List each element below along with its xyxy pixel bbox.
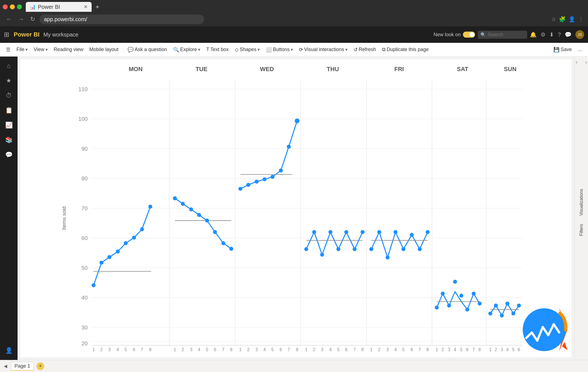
search-box: 🔍 xyxy=(478,31,527,39)
browser-address-bar: ← → ↻ ☆ 🧩 👤 ⋮ xyxy=(0,12,588,26)
help-icon[interactable]: ? xyxy=(558,32,561,38)
wed-dot-5 xyxy=(270,175,274,179)
main-chart-svg: 110 100 90 80 70 60 50 40 30 20 Items so… xyxy=(20,59,572,357)
avatar[interactable]: JS xyxy=(575,30,584,39)
visual-interactions-button[interactable]: ⟳ Visual interactions ▾ xyxy=(296,45,350,54)
tab-favicon: 📊 xyxy=(30,4,36,10)
add-page-button[interactable]: + xyxy=(36,362,44,370)
nav-recent[interactable]: ⏱ xyxy=(2,89,15,102)
feedback-icon[interactable]: 💬 xyxy=(565,31,572,38)
nav-metrics[interactable]: 📈 xyxy=(2,119,15,132)
nav-favorites[interactable]: ★ xyxy=(2,74,15,87)
nav-prev-button[interactable]: ◀ xyxy=(4,363,7,369)
left-nav: ⌂ ★ ⏱ 📋 📈 📚 💬 👤 xyxy=(0,57,18,360)
mon-dot-4 xyxy=(116,250,120,253)
nav-forward-button[interactable]: → xyxy=(16,15,26,24)
svg-text:4: 4 xyxy=(329,347,332,352)
view-label: View xyxy=(34,47,44,52)
save-button[interactable]: 💾 Save xyxy=(551,45,575,54)
svg-text:7: 7 xyxy=(473,347,475,352)
svg-text:6: 6 xyxy=(133,347,135,352)
account-icon[interactable]: 👤 xyxy=(569,16,575,23)
dot-red[interactable] xyxy=(3,4,8,9)
thu-dot-7 xyxy=(353,247,357,251)
panel-collapse-left[interactable]: ‹ xyxy=(576,59,577,65)
tab-close-button[interactable]: ✕ xyxy=(84,4,88,10)
duplicate-page-button[interactable]: ⧉ Duplicate this page xyxy=(379,45,431,54)
bell-icon[interactable]: 🔔 xyxy=(530,31,537,38)
view-menu-button[interactable]: View ▾ xyxy=(31,45,50,54)
thu-dot-2 xyxy=(312,230,316,234)
explore-button[interactable]: 🔍 Explore ▾ xyxy=(170,45,203,54)
svg-text:1: 1 xyxy=(489,347,491,352)
sat-dot-8 xyxy=(478,301,482,305)
ask-question-label: Ask a question xyxy=(135,47,167,52)
buttons-icon: ⬜ xyxy=(266,47,272,53)
download-icon[interactable]: ⬇ xyxy=(549,31,554,38)
svg-text:2: 2 xyxy=(182,347,184,352)
nav-refresh-button[interactable]: ↻ xyxy=(29,15,37,24)
nav-back-button[interactable]: ← xyxy=(4,15,14,24)
fri-dot-6 xyxy=(410,233,414,237)
dot-yellow[interactable] xyxy=(10,4,15,9)
svg-text:6: 6 xyxy=(466,347,469,352)
svg-text:MON: MON xyxy=(129,66,143,72)
mon-dot-7 xyxy=(140,227,144,231)
ribbon: ☰ File ▾ View ▾ Reading view Mobile layo… xyxy=(0,43,588,57)
nav-profile[interactable]: 👤 xyxy=(2,344,15,357)
refresh-button[interactable]: ↺ Refresh xyxy=(351,45,379,54)
app-grid-icon[interactable]: ⊞ xyxy=(4,31,9,38)
nav-home[interactable]: ⌂ xyxy=(2,59,15,72)
svg-text:20: 20 xyxy=(81,340,88,346)
new-look-switch[interactable] xyxy=(463,32,475,38)
dot-green[interactable] xyxy=(17,4,22,9)
extension-icon[interactable]: 🧩 xyxy=(559,16,566,23)
shapes-label: Shapes xyxy=(240,47,256,52)
fri-dot-8 xyxy=(426,230,429,234)
svg-text:SUN: SUN xyxy=(504,66,516,72)
text-box-label: Text box xyxy=(210,47,229,52)
svg-text:8: 8 xyxy=(230,347,233,352)
reading-view-button[interactable]: Reading view xyxy=(51,45,86,54)
address-bar-input[interactable] xyxy=(39,15,204,24)
refresh-label: Refresh xyxy=(359,47,376,52)
svg-text:7: 7 xyxy=(141,347,143,352)
svg-text:2: 2 xyxy=(100,347,103,352)
browser-tab[interactable]: 📊 Power BI ✕ xyxy=(26,2,92,12)
app-icons: 🔔 ⚙ ⬇ ? 💬 JS xyxy=(530,30,584,39)
svg-text:4: 4 xyxy=(506,347,509,352)
wed-dot-1 xyxy=(238,187,242,191)
wed-dot-8 xyxy=(295,119,299,123)
settings-icon[interactable]: ⚙ xyxy=(541,31,545,38)
svg-text:3: 3 xyxy=(321,347,323,352)
app-workspace[interactable]: My workspace xyxy=(43,32,78,38)
panel-collapse-right[interactable]: › xyxy=(585,59,587,65)
visualizations-tab[interactable]: Visualizations xyxy=(579,189,584,216)
text-box-button[interactable]: T Text box xyxy=(203,45,231,54)
browser-menu-icon[interactable]: ⋮ xyxy=(578,16,584,23)
file-menu-button[interactable]: File ▾ xyxy=(14,45,30,54)
nav-learn[interactable]: 📚 xyxy=(2,133,15,147)
filters-tab[interactable]: Filters xyxy=(579,224,584,236)
powerbi-watermark xyxy=(519,305,569,354)
main-layout: ⌂ ★ ⏱ 📋 📈 📚 💬 👤 110 100 90 80 70 60 50 4 xyxy=(0,57,588,360)
hamburger-menu-button[interactable]: ☰ xyxy=(3,45,13,54)
shapes-chevron-icon: ▾ xyxy=(258,47,260,52)
search-input[interactable] xyxy=(488,32,521,38)
ask-question-button[interactable]: 💬 Ask a question xyxy=(125,45,170,54)
svg-text:110: 110 xyxy=(78,86,88,92)
nav-apps[interactable]: 📋 xyxy=(2,104,15,117)
mobile-layout-button[interactable]: Mobile layout xyxy=(87,45,121,54)
page-1-tab[interactable]: Page 1 xyxy=(11,362,34,371)
new-tab-button[interactable]: + xyxy=(93,2,101,12)
svg-text:3: 3 xyxy=(190,347,193,352)
more-options-button[interactable]: ... xyxy=(575,45,585,54)
buttons-button[interactable]: ⬜ Buttons ▾ xyxy=(263,45,296,54)
nav-messages[interactable]: 💬 xyxy=(2,148,15,161)
chart-area: 110 100 90 80 70 60 50 40 30 20 Items so… xyxy=(20,59,572,357)
star-icon[interactable]: ☆ xyxy=(551,16,556,23)
svg-text:5: 5 xyxy=(125,347,127,352)
svg-text:4: 4 xyxy=(394,347,397,352)
shapes-button[interactable]: ◇ Shapes ▾ xyxy=(232,45,262,54)
svg-text:100: 100 xyxy=(78,116,88,122)
